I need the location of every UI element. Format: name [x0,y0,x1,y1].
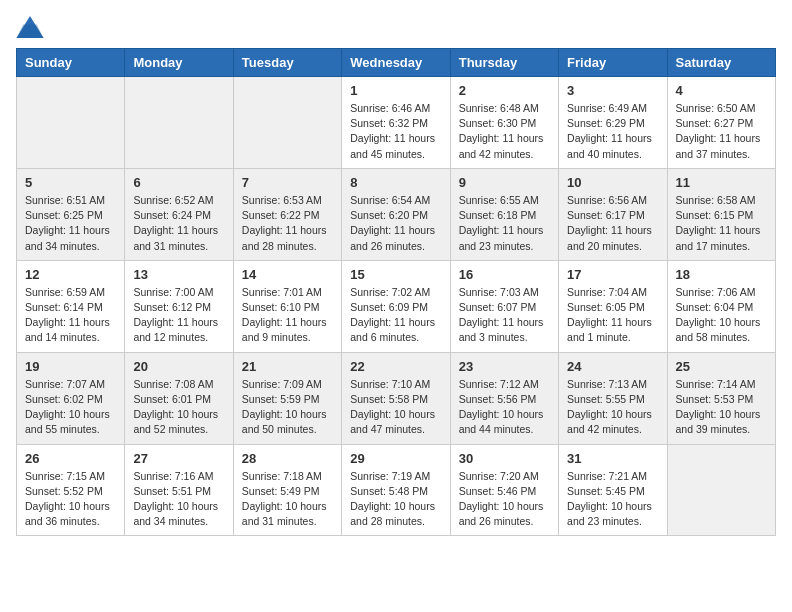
day-info: Sunrise: 6:46 AM Sunset: 6:32 PM Dayligh… [350,101,441,162]
calendar-cell: 18Sunrise: 7:06 AM Sunset: 6:04 PM Dayli… [667,260,775,352]
calendar-cell: 7Sunrise: 6:53 AM Sunset: 6:22 PM Daylig… [233,168,341,260]
day-number: 4 [676,83,767,98]
day-number: 8 [350,175,441,190]
day-info: Sunrise: 7:16 AM Sunset: 5:51 PM Dayligh… [133,469,224,530]
day-info: Sunrise: 6:59 AM Sunset: 6:14 PM Dayligh… [25,285,116,346]
calendar-cell: 20Sunrise: 7:08 AM Sunset: 6:01 PM Dayli… [125,352,233,444]
weekday-header-sunday: Sunday [17,49,125,77]
day-info: Sunrise: 7:14 AM Sunset: 5:53 PM Dayligh… [676,377,767,438]
day-number: 12 [25,267,116,282]
day-number: 13 [133,267,224,282]
calendar-cell [17,77,125,169]
calendar-cell: 8Sunrise: 6:54 AM Sunset: 6:20 PM Daylig… [342,168,450,260]
day-info: Sunrise: 7:06 AM Sunset: 6:04 PM Dayligh… [676,285,767,346]
page-header [16,16,776,38]
day-number: 17 [567,267,658,282]
calendar-cell: 21Sunrise: 7:09 AM Sunset: 5:59 PM Dayli… [233,352,341,444]
calendar-cell: 28Sunrise: 7:18 AM Sunset: 5:49 PM Dayli… [233,444,341,536]
day-number: 29 [350,451,441,466]
calendar-week-row: 12Sunrise: 6:59 AM Sunset: 6:14 PM Dayli… [17,260,776,352]
calendar-cell: 14Sunrise: 7:01 AM Sunset: 6:10 PM Dayli… [233,260,341,352]
calendar-cell: 30Sunrise: 7:20 AM Sunset: 5:46 PM Dayli… [450,444,558,536]
day-number: 7 [242,175,333,190]
day-number: 24 [567,359,658,374]
day-info: Sunrise: 6:52 AM Sunset: 6:24 PM Dayligh… [133,193,224,254]
calendar-week-row: 1Sunrise: 6:46 AM Sunset: 6:32 PM Daylig… [17,77,776,169]
day-info: Sunrise: 7:01 AM Sunset: 6:10 PM Dayligh… [242,285,333,346]
day-number: 3 [567,83,658,98]
day-info: Sunrise: 6:50 AM Sunset: 6:27 PM Dayligh… [676,101,767,162]
day-info: Sunrise: 6:48 AM Sunset: 6:30 PM Dayligh… [459,101,550,162]
day-info: Sunrise: 6:54 AM Sunset: 6:20 PM Dayligh… [350,193,441,254]
day-number: 28 [242,451,333,466]
weekday-header-wednesday: Wednesday [342,49,450,77]
day-info: Sunrise: 6:56 AM Sunset: 6:17 PM Dayligh… [567,193,658,254]
day-number: 25 [676,359,767,374]
weekday-header-row: SundayMondayTuesdayWednesdayThursdayFrid… [17,49,776,77]
day-number: 16 [459,267,550,282]
day-number: 20 [133,359,224,374]
day-info: Sunrise: 6:58 AM Sunset: 6:15 PM Dayligh… [676,193,767,254]
logo-icon [16,16,44,38]
day-info: Sunrise: 7:19 AM Sunset: 5:48 PM Dayligh… [350,469,441,530]
day-number: 2 [459,83,550,98]
day-number: 9 [459,175,550,190]
day-info: Sunrise: 7:20 AM Sunset: 5:46 PM Dayligh… [459,469,550,530]
calendar-cell: 22Sunrise: 7:10 AM Sunset: 5:58 PM Dayli… [342,352,450,444]
calendar-cell: 26Sunrise: 7:15 AM Sunset: 5:52 PM Dayli… [17,444,125,536]
calendar-cell: 17Sunrise: 7:04 AM Sunset: 6:05 PM Dayli… [559,260,667,352]
calendar-table: SundayMondayTuesdayWednesdayThursdayFrid… [16,48,776,536]
calendar-cell: 6Sunrise: 6:52 AM Sunset: 6:24 PM Daylig… [125,168,233,260]
calendar-cell: 2Sunrise: 6:48 AM Sunset: 6:30 PM Daylig… [450,77,558,169]
calendar-cell: 3Sunrise: 6:49 AM Sunset: 6:29 PM Daylig… [559,77,667,169]
day-info: Sunrise: 7:10 AM Sunset: 5:58 PM Dayligh… [350,377,441,438]
day-info: Sunrise: 7:00 AM Sunset: 6:12 PM Dayligh… [133,285,224,346]
weekday-header-thursday: Thursday [450,49,558,77]
day-info: Sunrise: 6:55 AM Sunset: 6:18 PM Dayligh… [459,193,550,254]
calendar-cell: 13Sunrise: 7:00 AM Sunset: 6:12 PM Dayli… [125,260,233,352]
day-number: 31 [567,451,658,466]
calendar-week-row: 5Sunrise: 6:51 AM Sunset: 6:25 PM Daylig… [17,168,776,260]
day-info: Sunrise: 7:02 AM Sunset: 6:09 PM Dayligh… [350,285,441,346]
calendar-week-row: 19Sunrise: 7:07 AM Sunset: 6:02 PM Dayli… [17,352,776,444]
calendar-week-row: 26Sunrise: 7:15 AM Sunset: 5:52 PM Dayli… [17,444,776,536]
day-info: Sunrise: 6:53 AM Sunset: 6:22 PM Dayligh… [242,193,333,254]
day-number: 11 [676,175,767,190]
day-info: Sunrise: 7:07 AM Sunset: 6:02 PM Dayligh… [25,377,116,438]
calendar-cell: 23Sunrise: 7:12 AM Sunset: 5:56 PM Dayli… [450,352,558,444]
day-info: Sunrise: 7:12 AM Sunset: 5:56 PM Dayligh… [459,377,550,438]
calendar-cell [233,77,341,169]
logo [16,16,48,38]
day-info: Sunrise: 7:04 AM Sunset: 6:05 PM Dayligh… [567,285,658,346]
day-info: Sunrise: 7:08 AM Sunset: 6:01 PM Dayligh… [133,377,224,438]
day-number: 23 [459,359,550,374]
day-number: 18 [676,267,767,282]
day-info: Sunrise: 7:21 AM Sunset: 5:45 PM Dayligh… [567,469,658,530]
calendar-cell: 19Sunrise: 7:07 AM Sunset: 6:02 PM Dayli… [17,352,125,444]
calendar-cell [125,77,233,169]
day-number: 15 [350,267,441,282]
day-number: 21 [242,359,333,374]
calendar-cell: 25Sunrise: 7:14 AM Sunset: 5:53 PM Dayli… [667,352,775,444]
day-info: Sunrise: 7:03 AM Sunset: 6:07 PM Dayligh… [459,285,550,346]
calendar-cell: 27Sunrise: 7:16 AM Sunset: 5:51 PM Dayli… [125,444,233,536]
calendar-cell: 15Sunrise: 7:02 AM Sunset: 6:09 PM Dayli… [342,260,450,352]
calendar-cell: 9Sunrise: 6:55 AM Sunset: 6:18 PM Daylig… [450,168,558,260]
day-info: Sunrise: 6:51 AM Sunset: 6:25 PM Dayligh… [25,193,116,254]
svg-marker-1 [16,24,43,38]
calendar-cell: 1Sunrise: 6:46 AM Sunset: 6:32 PM Daylig… [342,77,450,169]
calendar-cell: 16Sunrise: 7:03 AM Sunset: 6:07 PM Dayli… [450,260,558,352]
day-number: 30 [459,451,550,466]
calendar-cell: 11Sunrise: 6:58 AM Sunset: 6:15 PM Dayli… [667,168,775,260]
day-number: 26 [25,451,116,466]
day-number: 14 [242,267,333,282]
weekday-header-monday: Monday [125,49,233,77]
calendar-cell: 5Sunrise: 6:51 AM Sunset: 6:25 PM Daylig… [17,168,125,260]
calendar-cell: 4Sunrise: 6:50 AM Sunset: 6:27 PM Daylig… [667,77,775,169]
calendar-cell: 10Sunrise: 6:56 AM Sunset: 6:17 PM Dayli… [559,168,667,260]
weekday-header-friday: Friday [559,49,667,77]
day-number: 5 [25,175,116,190]
calendar-cell: 29Sunrise: 7:19 AM Sunset: 5:48 PM Dayli… [342,444,450,536]
weekday-header-tuesday: Tuesday [233,49,341,77]
calendar-cell: 24Sunrise: 7:13 AM Sunset: 5:55 PM Dayli… [559,352,667,444]
